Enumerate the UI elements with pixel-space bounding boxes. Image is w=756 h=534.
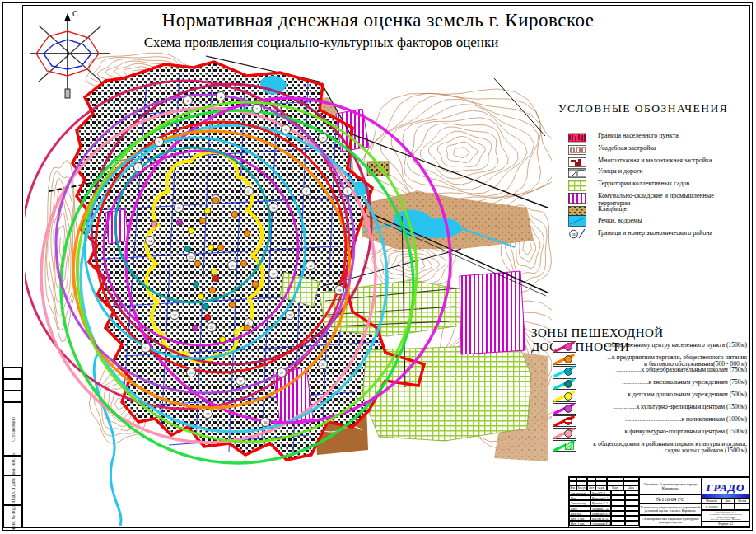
- zone-label: ..........к детским дошкольным учреждени…: [579, 391, 747, 398]
- legend-label: Кладбище: [598, 206, 744, 213]
- zone-row: ....................................к по…: [553, 415, 749, 428]
- zone-label: к общественному центру населенного пункт…: [579, 342, 747, 349]
- side-label: Подп. и дата: [11, 478, 16, 502]
- zone-label: .........к физкультурно-спортивным центр…: [579, 429, 747, 435]
- legend-label: Улицы и дороги: [598, 168, 744, 176]
- stamp-doc-number: №116-04 ГС: [639, 494, 702, 504]
- legend-item: Многоэтажная и малоэтажная застройка: [568, 157, 745, 169]
- zone-swatch: [553, 341, 576, 353]
- grado-logo: ГРАДО: [707, 481, 745, 494]
- person-sign: [611, 521, 625, 526]
- side-label: Инв. № подл.: [11, 504, 16, 529]
- person-date: [625, 521, 639, 526]
- legend-swatch-industrial: [568, 193, 586, 204]
- legend-swatch-homestead: [568, 145, 586, 155]
- legend-label: Усадебная застройка: [598, 145, 744, 152]
- side-label: Согласовано: [11, 417, 16, 441]
- legend-label: Территории коллективных садов: [598, 180, 744, 188]
- zone-row: ...............к культурно-зрелищным цен…: [553, 403, 749, 415]
- stamp-person-row: Исп. 1 кат.Антонова Е.А.: [569, 521, 639, 526]
- zone-row: ..........к детским дошкольным учреждени…: [553, 391, 749, 403]
- stamp-doc-title: Техническая документация по нормативной …: [639, 504, 702, 515]
- legend-swatch-district: 28: [568, 228, 586, 239]
- stamp-format: Формат А3: [702, 522, 749, 527]
- zone-label: к общегородским и районным паркам культу…: [579, 441, 747, 454]
- person-role: Исп. 1 кат.: [569, 521, 590, 526]
- legend-swatch-water: [568, 215, 586, 227]
- side-cell-agreed: Согласовано: [3, 402, 22, 456]
- legend-item: Улицы и дороги: [568, 168, 745, 180]
- legend-swatch-multistorey: [568, 157, 586, 167]
- stamp-sheet-value: [721, 504, 735, 510]
- legend-item: Речки, водоемы: [568, 215, 745, 227]
- stamp-blank-cells: [569, 477, 639, 485]
- zone-row: .................к внешкольным учреждени…: [553, 378, 749, 391]
- zone-row: ...к предприятиям торговли, общественног…: [553, 354, 749, 366]
- stamp-signature-rows: Зав.отд.зем.Бугай Е.В.Нач.Киселев З.А.За…: [569, 490, 639, 526]
- legend-swatch-streets: [568, 168, 586, 178]
- side-cell-podp: Подп. и дата: [3, 475, 22, 505]
- zone-swatch: [553, 440, 576, 452]
- zone-label: ...............к культурно-зрелищным цен…: [579, 404, 747, 410]
- drawing-sheet: 1234567891011121314151617181920212223242…: [0, 0, 756, 534]
- page-subtitle: Схема проявления социально-культурных фа…: [0, 35, 642, 51]
- legend-item: Граница населенного пункта: [568, 133, 745, 144]
- legend-item: Комунально-складские и промышленные терр…: [568, 193, 745, 204]
- zone-swatch: [553, 428, 576, 439]
- side-label: Взам. инв. №: [11, 453, 16, 479]
- legend-swatch-settlement-boundary: [568, 133, 586, 143]
- legend-label: Многоэтажная и малоэтажная застройка: [598, 157, 744, 165]
- zone-row: к общественному центру населенного пункт…: [553, 341, 749, 354]
- zone-row: ................к общеобразовательным шк…: [553, 366, 749, 378]
- person-name: Антонова Е.А.: [590, 521, 611, 526]
- legend-swatch-gardens: [568, 180, 586, 191]
- zone-label: .................к внешкольным учреждени…: [579, 379, 747, 386]
- zone-swatch: [553, 366, 576, 377]
- zone-swatch: [553, 415, 576, 427]
- stamp-client: Заказчик: Администрация города Кировское: [639, 477, 702, 494]
- legend-item: Усадебная застройка: [568, 145, 745, 157]
- legend-item: 28 Граница и номер экономического района: [568, 228, 745, 240]
- legend-title: УСЛОВНЫЕ ОБОЗНАЧЕНИЯ: [558, 102, 728, 115]
- zone-label: ................к общеобразовательным шк…: [579, 367, 747, 373]
- stamp-sheet-title: Схема проявления социально-культурных фа…: [639, 515, 702, 527]
- zone-swatch: [553, 378, 576, 390]
- side-cell-empty: [3, 391, 22, 402]
- page-title: Нормативная денежная оценка земель г. Ки…: [0, 10, 756, 31]
- zone-label: ....................................к по…: [579, 416, 747, 423]
- stamp-org: ГОР ВПО ДонГАСА ДЧПроект «Градостроитель…: [702, 510, 749, 522]
- zone-swatch: [553, 403, 576, 415]
- title-block: Изм.Кол.уч.Лист№ док.Подп.Дата Зав.отд.з…: [568, 476, 750, 528]
- logo-band: [702, 494, 749, 498]
- stamp-sheets-value: [735, 504, 749, 510]
- legend-item: Территории коллективных садов: [568, 180, 745, 192]
- legend-label: Граница и номер экономического района: [598, 230, 744, 237]
- side-cell-vzam: Взам. инв. №: [3, 456, 22, 475]
- zone-row: .........к физкультурно-спортивным центр…: [553, 428, 749, 440]
- zone-swatch: [553, 354, 576, 365]
- zone-swatch: [553, 391, 576, 402]
- zone-row: к общегородским и районным паркам культу…: [553, 440, 749, 452]
- side-cell-empty: [3, 367, 22, 379]
- district-badge-number: 28: [572, 232, 575, 237]
- side-cell-empty: [3, 379, 22, 391]
- legend-label: Речки, водоемы: [598, 218, 744, 225]
- legend-label: Граница населенного пункта: [598, 133, 744, 140]
- side-cell-inv: Инв. № подл.: [3, 505, 22, 528]
- stamp-scale-value: 1:10000: [702, 504, 721, 510]
